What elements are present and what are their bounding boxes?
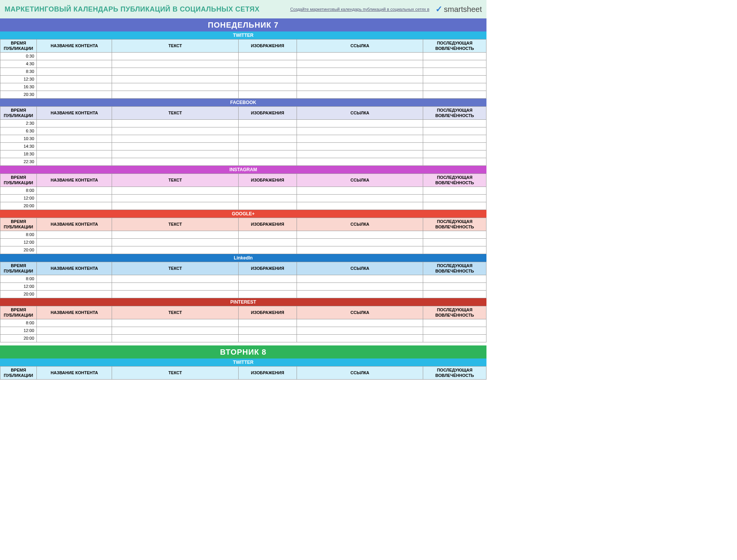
time-cell[interactable]: 20:00 [0,202,37,210]
data-cell[interactable] [297,291,423,298]
data-cell[interactable] [112,60,238,68]
data-cell[interactable] [238,231,297,239]
time-cell[interactable]: 8:00 [0,187,37,195]
data-cell[interactable] [297,91,423,99]
data-cell[interactable] [112,76,238,83]
time-cell[interactable]: 14:30 [0,143,37,150]
data-cell[interactable] [297,143,423,150]
data-cell[interactable] [112,195,238,202]
data-cell[interactable] [297,335,423,342]
data-cell[interactable] [423,135,486,143]
data-cell[interactable] [112,202,238,210]
data-cell[interactable] [238,83,297,91]
data-cell[interactable] [37,291,112,298]
data-cell[interactable] [238,275,297,283]
data-cell[interactable] [37,83,112,91]
data-cell[interactable] [423,275,486,283]
data-cell[interactable] [238,202,297,210]
create-calendar-link[interactable]: Создайте маркетинговый календарь публика… [290,7,429,12]
time-cell[interactable]: 16:30 [0,83,37,91]
data-cell[interactable] [423,246,486,254]
time-cell[interactable]: 22:30 [0,158,37,166]
data-cell[interactable] [238,291,297,298]
time-cell[interactable]: 8:30 [0,68,37,76]
data-cell[interactable] [37,120,112,127]
time-cell[interactable]: 20:00 [0,246,37,254]
data-cell[interactable] [423,68,486,76]
data-cell[interactable] [37,143,112,150]
data-cell[interactable] [112,239,238,246]
data-cell[interactable] [37,60,112,68]
time-cell[interactable]: 20:30 [0,91,37,99]
data-cell[interactable] [238,239,297,246]
data-cell[interactable] [238,53,297,60]
data-cell[interactable] [297,246,423,254]
time-cell[interactable]: 20:00 [0,335,37,342]
data-cell[interactable] [112,83,238,91]
data-cell[interactable] [238,68,297,76]
time-cell[interactable]: 12:00 [0,283,37,291]
data-cell[interactable] [112,231,238,239]
data-cell[interactable] [297,53,423,60]
data-cell[interactable] [37,231,112,239]
data-cell[interactable] [112,91,238,99]
data-cell[interactable] [112,291,238,298]
time-cell[interactable]: 2:30 [0,120,37,127]
data-cell[interactable] [37,335,112,342]
data-cell[interactable] [238,76,297,83]
data-cell[interactable] [297,202,423,210]
data-cell[interactable] [297,76,423,83]
data-cell[interactable] [423,53,486,60]
data-cell[interactable] [423,283,486,291]
data-cell[interactable] [112,135,238,143]
data-cell[interactable] [37,76,112,83]
time-cell[interactable]: 18:30 [0,150,37,158]
data-cell[interactable] [297,283,423,291]
data-cell[interactable] [238,195,297,202]
data-cell[interactable] [423,239,486,246]
data-cell[interactable] [423,83,486,91]
data-cell[interactable] [238,187,297,195]
data-cell[interactable] [37,158,112,166]
data-cell[interactable] [37,91,112,99]
time-cell[interactable]: 10:30 [0,135,37,143]
data-cell[interactable] [238,135,297,143]
data-cell[interactable] [297,239,423,246]
data-cell[interactable] [423,319,486,327]
data-cell[interactable] [238,246,297,254]
time-cell[interactable]: 8:00 [0,319,37,327]
data-cell[interactable] [238,120,297,127]
data-cell[interactable] [112,143,238,150]
data-cell[interactable] [297,150,423,158]
time-cell[interactable]: 8:00 [0,275,37,283]
data-cell[interactable] [423,187,486,195]
data-cell[interactable] [37,135,112,143]
data-cell[interactable] [297,327,423,335]
data-cell[interactable] [238,283,297,291]
data-cell[interactable] [112,327,238,335]
data-cell[interactable] [37,327,112,335]
data-cell[interactable] [238,327,297,335]
data-cell[interactable] [37,195,112,202]
data-cell[interactable] [238,60,297,68]
data-cell[interactable] [297,187,423,195]
data-cell[interactable] [423,291,486,298]
time-cell[interactable]: 12:30 [0,76,37,83]
data-cell[interactable] [297,275,423,283]
data-cell[interactable] [423,335,486,342]
data-cell[interactable] [423,143,486,150]
data-cell[interactable] [112,283,238,291]
data-cell[interactable] [37,127,112,135]
data-cell[interactable] [112,187,238,195]
data-cell[interactable] [297,120,423,127]
data-cell[interactable] [423,120,486,127]
data-cell[interactable] [423,91,486,99]
data-cell[interactable] [297,60,423,68]
data-cell[interactable] [112,275,238,283]
data-cell[interactable] [37,202,112,210]
time-cell[interactable]: 12:00 [0,327,37,335]
time-cell[interactable]: 20:00 [0,291,37,298]
data-cell[interactable] [112,120,238,127]
data-cell[interactable] [423,327,486,335]
data-cell[interactable] [37,246,112,254]
